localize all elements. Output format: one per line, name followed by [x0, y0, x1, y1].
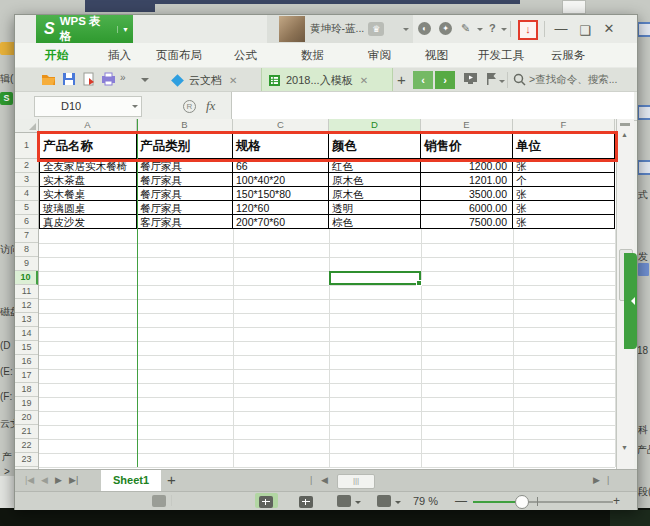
open-file-icon[interactable] — [41, 72, 56, 86]
cell[interactable]: 透明 — [329, 201, 421, 215]
menu-tab-开始[interactable]: 开始 — [45, 48, 68, 63]
row-header-14[interactable]: 14 — [15, 327, 38, 341]
zoom-in-icon[interactable]: + — [613, 494, 620, 508]
row-header-11[interactable]: 11 — [15, 285, 38, 299]
scroll-up-icon[interactable]: ▲ — [621, 131, 628, 138]
menu-tab-云服务[interactable]: 云服务 — [551, 48, 586, 63]
cell[interactable]: 120*60 — [233, 201, 329, 215]
close-icon[interactable]: ✕ — [360, 75, 368, 86]
circled-r-icon[interactable]: R — [183, 100, 196, 113]
nav-back-button[interactable]: ‹ — [413, 71, 433, 89]
row-header-8[interactable]: 8 — [15, 243, 38, 257]
more-tools-icon[interactable]: » — [120, 72, 126, 83]
row-header-1[interactable]: 1 — [15, 133, 38, 159]
tab-cloud-docs[interactable]: 云文档 ✕ — [165, 68, 257, 92]
cell[interactable]: 玻璃圆桌 — [39, 201, 137, 215]
vip-badge-icon[interactable]: ♛ — [368, 22, 384, 36]
cell[interactable]: 100*40*20 — [233, 173, 329, 187]
cell[interactable]: 实木茶盘 — [39, 173, 137, 187]
taskbar[interactable] — [0, 508, 650, 526]
hscroll-right-icon[interactable]: ▶ — [593, 475, 600, 485]
toolbar-dropdown-icon[interactable] — [141, 78, 149, 86]
sheet-tab[interactable]: Sheet1 — [101, 470, 161, 491]
cell[interactable]: 6000.00 — [421, 201, 513, 215]
cell[interactable]: 实木餐桌 — [39, 187, 137, 201]
presentation-icon[interactable] — [463, 72, 478, 85]
row-header-6[interactable]: 6 — [15, 215, 38, 229]
export-pdf-icon[interactable] — [82, 72, 96, 86]
account-area[interactable]: 黄坤玲-蓝... ♛ — [267, 15, 413, 43]
normal-view-button[interactable] — [255, 493, 278, 508]
cell[interactable]: 张 — [513, 215, 615, 229]
chevron-down-icon[interactable] — [403, 28, 409, 34]
menu-tab-视图[interactable]: 视图 — [425, 48, 448, 63]
cell[interactable]: 张 — [513, 201, 615, 215]
row-header-23[interactable]: 23 — [15, 453, 38, 467]
selected-cell-D10[interactable] — [329, 271, 421, 285]
close-button[interactable]: ✕ — [600, 21, 618, 36]
cell[interactable]: 1201.00 — [421, 173, 513, 187]
row-header-18[interactable]: 18 — [15, 383, 38, 397]
cell[interactable]: 200*70*60 — [233, 215, 329, 229]
avatar[interactable] — [279, 16, 305, 42]
pen-icon[interactable]: ✎ — [461, 22, 470, 35]
row-header-15[interactable]: 15 — [15, 341, 38, 355]
cell[interactable]: 餐厅家具 — [137, 173, 233, 187]
row-header-21[interactable]: 21 — [15, 425, 38, 439]
close-icon[interactable]: ✕ — [229, 75, 237, 86]
zoom-out-icon[interactable]: — — [455, 494, 467, 508]
cell[interactable]: 客厅家具 — [137, 215, 233, 229]
chevron-down-icon[interactable] — [501, 28, 507, 34]
print-icon[interactable] — [101, 72, 116, 86]
menu-tab-审阅[interactable]: 审阅 — [368, 48, 391, 63]
search-input[interactable]: >查找命令、搜索... — [529, 73, 633, 87]
hscroll-thumb[interactable]: ||| — [337, 474, 375, 489]
chevron-down-icon[interactable] — [477, 28, 483, 34]
row-header-7[interactable]: 7 — [15, 229, 38, 243]
nav-forward-button[interactable]: › — [435, 71, 455, 89]
menu-tab-数据[interactable]: 数据 — [301, 48, 324, 63]
row-header-4[interactable]: 4 — [15, 187, 38, 201]
row-header-17[interactable]: 17 — [15, 369, 38, 383]
cell[interactable]: 棕色 — [329, 215, 421, 229]
row-header-10[interactable]: 10 — [15, 271, 38, 285]
cell[interactable]: 张 — [513, 187, 615, 201]
row-header-16[interactable]: 16 — [15, 355, 38, 369]
share-flag-icon[interactable] — [485, 72, 498, 85]
plugin-icon[interactable]: ✦ — [439, 22, 452, 35]
chevron-down-icon[interactable] — [395, 501, 401, 507]
cell[interactable]: 150*150*80 — [233, 187, 329, 201]
search-icon[interactable] — [513, 73, 526, 86]
row-header-13[interactable]: 13 — [15, 313, 38, 327]
download-icon[interactable]: ↓ — [518, 20, 538, 40]
layout-option-icon[interactable] — [337, 495, 351, 507]
scroll-down-icon[interactable]: ▼ — [621, 444, 628, 451]
save-icon[interactable] — [62, 72, 76, 86]
minimize-button[interactable]: — — [552, 21, 570, 36]
first-sheet-icon[interactable]: |◀ — [25, 475, 34, 485]
menu-tab-页面布局[interactable]: 页面布局 — [156, 48, 202, 63]
cell[interactable]: 真皮沙发 — [39, 215, 137, 229]
row-header-22[interactable]: 22 — [15, 439, 38, 453]
row-header-9[interactable]: 9 — [15, 257, 38, 271]
row-header-2[interactable]: 2 — [15, 159, 38, 173]
maximize-button[interactable]: ❑ — [576, 23, 594, 38]
row-header-20[interactable]: 20 — [15, 411, 38, 425]
formula-input[interactable] — [231, 92, 634, 119]
row-header-3[interactable]: 3 — [15, 173, 38, 187]
prev-sheet-icon[interactable]: ◀ — [41, 475, 48, 485]
help-icon[interactable]: ? — [489, 22, 496, 34]
cell[interactable]: 原木色 — [329, 173, 421, 187]
insert-function-icon[interactable]: fx — [206, 98, 215, 114]
zoom-slider-thumb[interactable] — [515, 495, 529, 509]
row-header-19[interactable]: 19 — [15, 397, 38, 411]
chevron-down-icon[interactable] — [355, 501, 361, 507]
split-handle[interactable] — [620, 123, 630, 126]
chevron-down-icon[interactable] — [132, 105, 138, 111]
theme-icon[interactable]: ◐ — [418, 22, 431, 35]
page-break-view-button[interactable] — [295, 493, 318, 508]
highlight-option-icon[interactable] — [377, 495, 391, 507]
next-sheet-icon[interactable]: ▶ — [55, 475, 62, 485]
menu-tab-公式[interactable]: 公式 — [234, 48, 257, 63]
menu-tab-开发工具[interactable]: 开发工具 — [478, 48, 524, 63]
